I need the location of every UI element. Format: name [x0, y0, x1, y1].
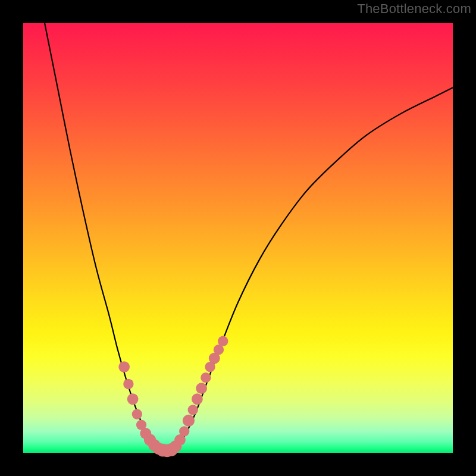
watermark-text: TheBottleneck.com	[357, 1, 471, 17]
marker-dot	[183, 415, 195, 427]
marker-dots	[118, 336, 228, 458]
marker-dot	[127, 393, 139, 405]
chart-svg	[23, 23, 453, 453]
marker-dot	[201, 372, 211, 383]
marker-dot	[118, 361, 130, 372]
marker-dot	[218, 336, 228, 346]
right-curve	[165, 87, 453, 451]
left-curve	[45, 23, 165, 451]
marker-dot	[179, 426, 189, 436]
marker-dot	[123, 379, 133, 389]
plot-area	[23, 23, 453, 453]
marker-dot	[188, 405, 198, 415]
marker-dot	[196, 383, 207, 394]
marker-dot	[192, 393, 203, 405]
marker-dot	[132, 409, 142, 419]
chart-frame: TheBottleneck.com	[0, 0, 476, 476]
